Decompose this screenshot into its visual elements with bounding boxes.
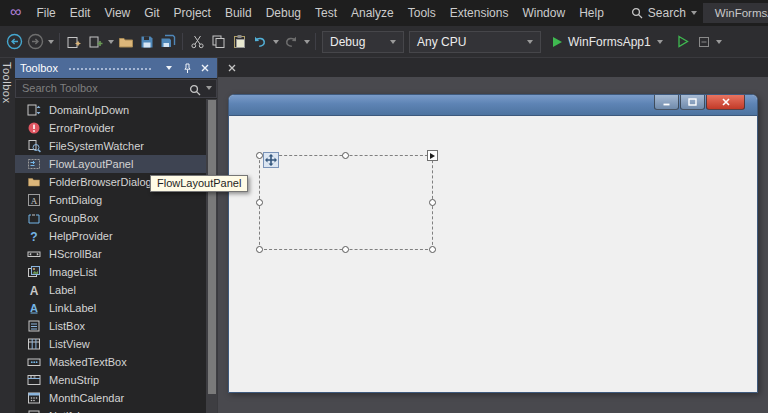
menu-test[interactable]: Test — [308, 0, 344, 26]
toolbox-item-domainupdown[interactable]: DomainUpDown — [15, 101, 206, 119]
new-project-button[interactable] — [64, 31, 84, 53]
start-without-debugging-button[interactable] — [673, 31, 693, 53]
menu-project[interactable]: Project — [167, 0, 218, 26]
start-debugging-button[interactable]: WinFormsApp1 — [546, 31, 670, 53]
form-title-bar[interactable] — [229, 95, 757, 116]
toolbox-item-filesystemwatcher[interactable]: FileSystemWatcher — [15, 137, 206, 155]
resize-handle[interactable] — [256, 152, 263, 159]
search-control[interactable]: Search — [625, 2, 703, 24]
toolbar-separator — [59, 33, 60, 50]
menu-git[interactable]: Git — [137, 0, 166, 26]
month-calendar-icon — [27, 391, 41, 405]
save-all-button[interactable] — [158, 31, 178, 53]
toolbox-vertical-tab[interactable]: Toolbox — [1, 62, 13, 103]
close-toolbox-button[interactable] — [198, 60, 212, 76]
flow-layout-panel-control[interactable] — [259, 155, 433, 250]
paste-button[interactable] — [229, 31, 249, 53]
menu-extensions[interactable]: Extensions — [443, 0, 516, 26]
resize-handle[interactable] — [256, 246, 263, 253]
solution-platform-combo[interactable]: Any CPU — [409, 31, 541, 53]
toolbox-item-label[interactable]: A Label — [15, 281, 206, 299]
smart-tag-button[interactable] — [427, 150, 438, 161]
toolbox-item-monthcalendar[interactable]: MonthCalendar — [15, 389, 206, 407]
document-tab-close-button[interactable] — [224, 60, 239, 75]
toolbox-item-label: ImageList — [49, 266, 97, 278]
toolbox-item-listbox[interactable]: ListBox — [15, 317, 206, 335]
play-icon — [553, 37, 562, 47]
forms-designer-surface[interactable] — [218, 77, 768, 413]
menu-window[interactable]: Window — [515, 0, 572, 26]
undo-dropdown-button[interactable] — [271, 31, 280, 53]
window-position-button[interactable] — [162, 60, 176, 76]
toolbox-item-notifyicon[interactable]: NotifyIcon — [15, 407, 206, 413]
resize-handle[interactable] — [342, 246, 349, 253]
toolbox-item-fontdialog[interactable]: A FontDialog — [15, 191, 206, 209]
navigation-dropdown-button[interactable] — [46, 31, 55, 53]
add-item-button[interactable] — [85, 31, 105, 53]
toolbox-item-flowlayoutpanel[interactable]: FlowLayoutPanel — [15, 155, 206, 173]
toolbar-misc-button[interactable] — [694, 31, 714, 53]
main-menu: FileEditViewGitProjectBuildDebugTestAnal… — [29, 0, 610, 26]
resize-handle[interactable] — [342, 152, 349, 159]
menu-file[interactable]: File — [29, 0, 62, 26]
document-tab-strip — [218, 58, 768, 77]
menu-analyze[interactable]: Analyze — [344, 0, 401, 26]
search-options-button[interactable] — [206, 86, 212, 90]
toolbox-item-errorprovider[interactable]: ErrorProvider — [15, 119, 206, 137]
open-file-button[interactable] — [116, 31, 136, 53]
toolbox-search-input[interactable] — [15, 79, 217, 98]
navigate-back-button[interactable] — [4, 31, 24, 53]
solution-name-badge[interactable]: WinFormsApp1 — [703, 3, 768, 23]
toolbox-item-menustrip[interactable]: MenuStrip — [15, 371, 206, 389]
save-button[interactable] — [137, 31, 157, 53]
redo-button[interactable] — [281, 31, 301, 53]
menu-tools[interactable]: Tools — [401, 0, 443, 26]
document-area — [218, 58, 768, 413]
scrollbar-thumb[interactable] — [208, 100, 216, 394]
add-item-dropdown-button[interactable] — [106, 31, 115, 53]
resize-handle[interactable] — [429, 199, 436, 206]
navigate-forward-button[interactable] — [25, 31, 45, 53]
masked-textbox-icon — [27, 355, 41, 369]
minimize-button[interactable] — [654, 95, 679, 110]
toolbox-scrollbar[interactable] — [206, 99, 217, 413]
menu-view[interactable]: View — [97, 0, 137, 26]
maximize-button[interactable] — [680, 95, 705, 110]
toolbox-item-maskedtextbox[interactable]: MaskedTextBox — [15, 353, 206, 371]
flow-layout-panel-icon — [27, 157, 41, 171]
toolbox-item-label: ErrorProvider — [49, 122, 114, 134]
form-client-area[interactable] — [229, 116, 757, 392]
designed-form[interactable] — [228, 94, 758, 393]
toolbox-item-groupbox[interactable]: GroupBox — [15, 209, 206, 227]
resize-handle[interactable] — [429, 246, 436, 253]
new-project-icon — [66, 34, 82, 50]
cut-button[interactable] — [187, 31, 207, 53]
redo-dropdown-button[interactable] — [302, 31, 311, 53]
close-icon — [722, 98, 730, 106]
move-arrows-icon — [265, 154, 277, 166]
pin-button[interactable] — [180, 60, 194, 76]
undo-button[interactable] — [250, 31, 270, 53]
copy-button[interactable] — [208, 31, 228, 53]
toolbox-item-listview[interactable]: ListView — [15, 335, 206, 353]
svg-text:?: ? — [30, 230, 37, 244]
menu-build[interactable]: Build — [218, 0, 259, 26]
move-control-handle[interactable] — [263, 152, 279, 168]
toolbox-item-helpprovider[interactable]: ? HelpProvider — [15, 227, 206, 245]
toolbox-drag-grip[interactable] — [68, 66, 152, 70]
menu-debug[interactable]: Debug — [259, 0, 308, 26]
toolbox-item-imagelist[interactable]: ImageList — [15, 263, 206, 281]
solution-configuration-combo[interactable]: Debug — [322, 31, 404, 53]
menu-help[interactable]: Help — [572, 0, 611, 26]
toolbox-header[interactable]: Toolbox — [15, 58, 217, 78]
toolbox-item-label: MaskedTextBox — [49, 356, 127, 368]
paste-icon — [232, 34, 247, 49]
resize-handle[interactable] — [256, 199, 263, 206]
toolbox-item-linklabel[interactable]: A LinkLabel — [15, 299, 206, 317]
toolbox-item-hscrollbar[interactable]: HScrollBar — [15, 245, 206, 263]
toolbox-item-label: ListBox — [49, 320, 85, 332]
close-button[interactable] — [706, 95, 745, 110]
menu-edit[interactable]: Edit — [63, 0, 98, 26]
toolbar-misc-dropdown-button[interactable] — [715, 31, 724, 53]
redo-icon — [283, 34, 299, 49]
